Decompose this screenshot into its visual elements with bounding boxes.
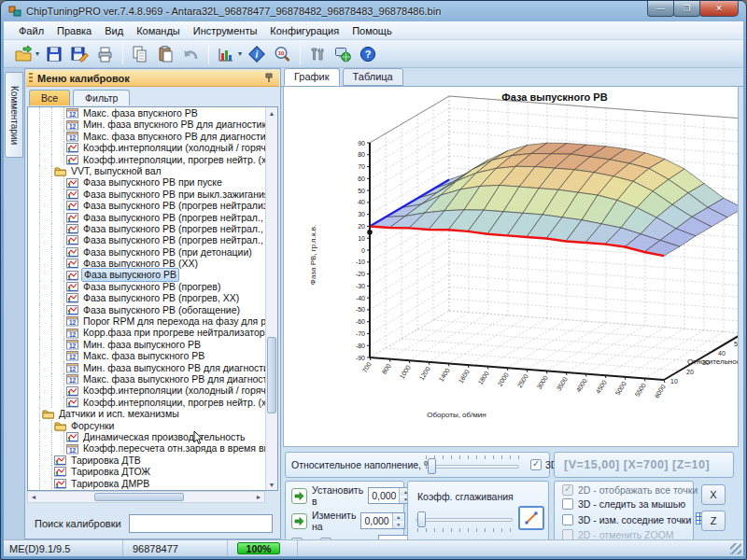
menu-item-commands[interactable]: Команды [131,23,186,38]
tree-vertical-scrollbar[interactable]: ▲ ▼ [265,107,277,490]
tools-button[interactable] [305,42,330,66]
spin-down-icon[interactable]: ▼ [393,521,404,528]
svg-text:12: 12 [69,111,77,118]
tree-item[interactable]: Коэфф.интерполяции (холодный / горячий ) [28,142,277,153]
tab-graph[interactable]: График [284,68,340,86]
globe-button[interactable] [331,42,355,66]
tree-item[interactable]: 12Макс. фаза впускного РВ для диагностик… [28,131,277,142]
save-as-button[interactable] [67,42,92,66]
tree-guide [28,165,40,176]
smoothing-slider[interactable] [416,511,513,527]
chart-canvas[interactable]: -90-80-70-60-50-40-30-20-100102030405060… [283,87,739,447]
help-button[interactable]: ? [356,42,380,66]
tree-item[interactable]: Фаза выпускного РВ при выкл.зажигания [28,189,277,200]
tree-item[interactable]: Фаза выпускного РВ (прогрев нейтрализато… [28,200,277,211]
z-axis-button[interactable]: Z [701,511,726,531]
tree-item[interactable]: Фаза выпускного РВ (прогрев нейтрал., ХХ… [28,234,277,245]
spin-up-icon[interactable]: ▲ [393,513,404,521]
set-value-spinner[interactable]: 0,000 ▲▼ [368,487,412,504]
restore-button[interactable]: ❐ [673,1,700,17]
tree-item[interactable]: 12Мин. фаза выпускного РВ [28,339,277,350]
tree-item[interactable]: Коэфф.интерполяции, прогрев нейтр. (холо… [28,154,277,165]
scroll-down-icon[interactable]: ▼ [266,479,277,490]
tree-folder[interactable]: Датчики и исп. механизмы [28,408,277,419]
menu-item-tools[interactable]: Инструменты [188,23,263,38]
paste-button[interactable] [153,42,177,66]
print-button[interactable] [92,42,117,66]
tree-item[interactable]: Тарировка ДТОЖ [28,466,277,477]
tree-item[interactable]: Коэфф.интерполяции, прогрев нейтр. (холо… [28,397,277,408]
rel-fill-slider[interactable] [426,458,519,474]
tree-item[interactable]: Фаза выпускного РВ (прогрев нейтрал., хо… [28,212,277,223]
tree-folder[interactable]: Форсунки [28,420,277,431]
svg-text:-20: -20 [356,271,365,277]
tree-item[interactable]: Коэфф.интерполяции (холодный / горячий ) [28,385,277,396]
tree-item[interactable]: 12Макс. фаза выпускного РВ [28,350,277,361]
tree-item[interactable]: 12Макс. фаза впускного РВ [28,107,277,119]
menu-item-config[interactable]: Конфигурация [264,23,345,38]
info-button[interactable]: i [245,42,269,66]
tree-item[interactable]: Фаза выпускного РВ (при детонации) [28,246,277,258]
comments-side-tab[interactable]: Комментарии [5,72,23,158]
minimize-button[interactable]: — [647,1,674,17]
menu-item-file[interactable]: Файл [13,23,49,38]
save-button[interactable] [42,42,66,66]
tab-table[interactable]: Таблица [343,68,403,86]
menu-item-edit[interactable]: Правка [51,23,97,38]
resize-grip[interactable] [730,543,741,554]
apply-set-button[interactable] [291,488,307,504]
pin-icon[interactable] [263,73,275,84]
tree-item[interactable]: 12Мин. фаза выпускного РВ для диагностик… [28,362,277,373]
tree-item[interactable]: Тарировка ДТВ [28,455,277,466]
tree-item[interactable]: Фаза выпускного РВ (прогрев) [28,281,277,292]
drag-grip-icon[interactable] [29,73,33,84]
tree-item[interactable]: Фаза выпускного РВ [28,269,277,280]
apply-change-button[interactable] [291,513,307,529]
change-value-spinner[interactable]: 0,000 ▲▼ [360,512,404,529]
tree-guide [52,327,64,338]
open-button[interactable] [11,42,35,66]
num-icon: 12 [66,443,78,455]
checkbox-3d[interactable] [530,459,542,470]
tree-item[interactable]: Фаза выпускного РВ при пуске [28,176,277,188]
x-axis-button[interactable]: X [701,484,726,505]
tree-item[interactable]: 12Макс. фаза выпускного РВ для диагности… [28,373,277,385]
tree-item-label: Фаза выпускного РВ (прогрев, ХХ) [81,292,241,303]
tree-guide [28,315,40,327]
search-input[interactable] [129,514,273,533]
tree-item[interactable]: Динамическая производительность [28,431,277,442]
scroll-up-icon[interactable]: ▲ [266,107,277,119]
undo-button[interactable] [178,42,203,66]
scroll-thumb-horizontal[interactable] [94,493,184,501]
menu-item-help[interactable]: Помощь [346,23,398,38]
tree-item[interactable]: 12Мин. фаза впускного РВ для диагностики [28,119,277,130]
open-dropdown-icon[interactable]: ▾ [35,49,39,58]
scroll-right-icon[interactable]: ► [253,492,264,502]
tab-all[interactable]: Все [29,90,70,105]
surface-3d-plot[interactable]: -90-80-70-60-50-40-30-20-100102030405060… [284,87,738,445]
zoom-10-button[interactable]: 10 [270,42,294,66]
tab-filter[interactable]: Фильтр [73,90,130,105]
tree-item[interactable]: 12Коэфф.пересчета отн.заряда в время впр… [28,442,277,454]
tree-item[interactable]: Фаза выпускного РВ (обогащение) [28,304,277,315]
scroll-left-icon[interactable]: ◄ [28,492,39,502]
option-checkbox[interactable] [562,498,573,510]
graph-icon [66,258,78,269]
option-checkbox[interactable] [562,514,573,525]
tree-item[interactable]: 12Корр.фаза при прогреве нейтрализатора [28,327,277,338]
chart-button[interactable] [214,42,238,66]
close-button[interactable]: ✕ [699,1,739,17]
tree-horizontal-scrollbar[interactable]: ◄ ► [27,491,265,503]
tree-item[interactable]: Фаза выпускного РВ (прогрев, ХХ) [28,292,277,303]
tree-folder[interactable]: VVT, выпускной вал [28,165,277,176]
tree-guide [40,200,52,211]
copy-button[interactable] [128,42,152,66]
edit-curve-button[interactable] [518,506,544,530]
tree-item[interactable]: 12Порог RPM для перехода на фазу для реж… [28,315,277,327]
scroll-thumb[interactable] [267,337,276,413]
chart-dropdown-icon[interactable]: ▾ [238,49,242,58]
tree-item[interactable]: Тарировка ДМРВ [28,478,277,489]
graph-icon [66,200,78,211]
tree-item[interactable]: Фаза выпускного РВ (прогрев нейтрал., ХХ… [28,223,277,234]
menu-item-view[interactable]: Вид [99,23,129,38]
